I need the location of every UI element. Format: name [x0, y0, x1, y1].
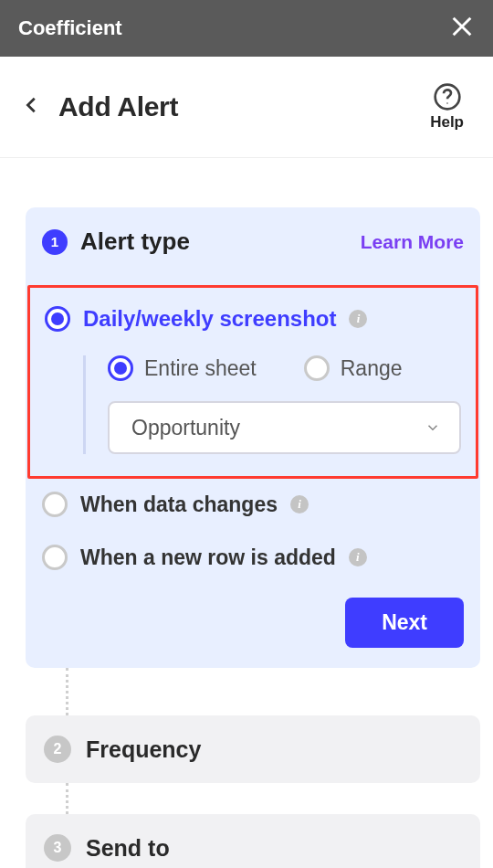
body: 1 Alert type Learn More Daily/weekly scr… — [0, 158, 493, 868]
option-label: Daily/weekly screenshot — [83, 306, 336, 332]
close-button[interactable] — [449, 14, 475, 43]
step-connector — [66, 668, 480, 715]
step-1-card: 1 Alert type Learn More Daily/weekly scr… — [26, 207, 480, 668]
page-title: Add Alert — [58, 91, 178, 122]
option-range[interactable]: Range — [304, 355, 403, 381]
option-daily-weekly-screenshot[interactable]: Daily/weekly screenshot i — [45, 306, 461, 332]
step-3-title: Send to — [86, 835, 170, 862]
sheet-select[interactable]: Opportunity — [108, 401, 461, 454]
back-button[interactable] — [22, 95, 42, 119]
step-1-header-left: 1 Alert type — [42, 228, 190, 256]
topbar: Coefficient — [0, 0, 493, 57]
help-button[interactable]: Help — [430, 82, 464, 132]
radio-checked-icon — [45, 306, 70, 332]
step-1-title: Alert type — [80, 228, 190, 256]
screenshot-sub-options: Entire sheet Range Opportunity — [83, 355, 461, 454]
info-icon[interactable]: i — [290, 495, 309, 513]
option-label: When a new row is added — [80, 545, 336, 570]
info-icon[interactable]: i — [349, 310, 367, 328]
page-header: Add Alert Help — [0, 57, 493, 158]
step-3-collapsed[interactable]: 3 Send to — [26, 814, 480, 868]
app-title: Coefficient — [18, 16, 122, 40]
info-icon[interactable]: i — [349, 548, 367, 566]
radio-checked-icon — [108, 355, 133, 381]
step-2-badge: 2 — [44, 736, 71, 763]
option-when-new-row-added[interactable]: When a new row is added i — [42, 545, 464, 570]
range-label: Range — [341, 356, 403, 381]
selected-option-highlight: Daily/weekly screenshot i Entire sheet R… — [27, 285, 478, 479]
entire-sheet-label: Entire sheet — [144, 356, 257, 381]
select-value: Opportunity — [131, 416, 240, 440]
step-1-badge: 1 — [42, 229, 68, 255]
radio-unchecked-icon — [42, 545, 68, 570]
help-icon — [433, 82, 462, 111]
close-icon — [449, 14, 475, 39]
radio-unchecked-icon — [42, 492, 68, 517]
help-label: Help — [430, 113, 464, 132]
chevron-down-icon — [425, 419, 441, 436]
step-2-title: Frequency — [86, 736, 201, 763]
learn-more-link[interactable]: Learn More — [361, 231, 464, 253]
option-when-data-changes[interactable]: When data changes i — [42, 492, 464, 517]
step-2-collapsed[interactable]: 2 Frequency — [26, 715, 480, 783]
next-row: Next — [42, 598, 464, 648]
option-entire-sheet[interactable]: Entire sheet — [108, 355, 257, 381]
radio-unchecked-icon — [304, 355, 330, 381]
step-3-badge: 3 — [44, 834, 71, 862]
chevron-left-icon — [22, 95, 42, 115]
step-1-header: 1 Alert type Learn More — [42, 228, 464, 256]
scope-radio-group: Entire sheet Range — [108, 355, 461, 381]
svg-point-3 — [446, 102, 448, 104]
option-label: When data changes — [80, 492, 278, 517]
header-left: Add Alert — [22, 91, 178, 122]
next-button[interactable]: Next — [345, 598, 464, 648]
step-connector — [66, 783, 480, 814]
